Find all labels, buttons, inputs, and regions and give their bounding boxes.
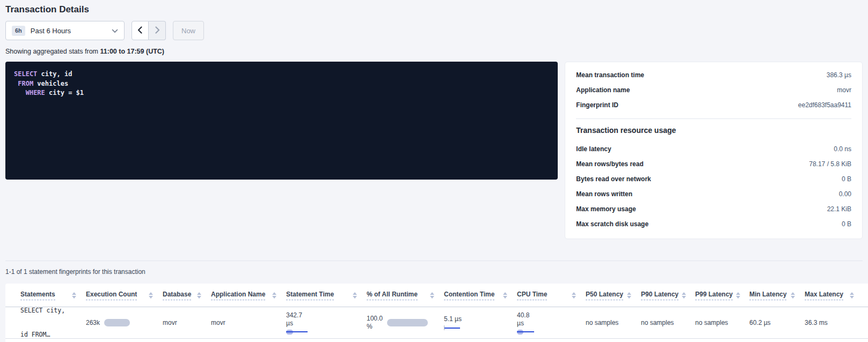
summary-row: Mean transaction time 386.3 µs [576, 68, 851, 83]
sort-icon[interactable] [682, 292, 686, 299]
stats-line-prefix: Showing aggregated stats from [5, 48, 98, 55]
sort-icon[interactable] [572, 292, 576, 299]
cpu-time-value: 40.8 [517, 311, 576, 319]
resource-row: Bytes read over network 0 B [576, 172, 851, 187]
statement-time-value: 342.7 [286, 311, 357, 319]
column-header-max-latency: Max Latency [805, 291, 864, 300]
transaction-summary-panel: Mean transaction time 386.3 µs Applicati… [565, 62, 863, 239]
execution-count-bar [104, 319, 130, 326]
statement-row: SELECT city, id FROM… 263k movr movr 342… [5, 307, 868, 339]
cell-statement: SELECT city, id FROM… [20, 291, 86, 342]
sort-icon[interactable] [627, 292, 631, 299]
sort-icon[interactable] [503, 292, 507, 299]
resource-label: Bytes read over network [576, 175, 651, 183]
cell-p50-latency: no samples [586, 319, 641, 326]
time-range-dropdown[interactable]: 6h Past 6 Hours [5, 21, 125, 40]
sort-icon[interactable] [430, 292, 434, 299]
sql-line: SELECT city, id [14, 70, 549, 79]
sort-icon[interactable] [197, 292, 201, 299]
cell-p90-latency: no samples [641, 319, 695, 326]
time-nav-buttons [132, 21, 166, 40]
transaction-details-page: Transaction Details 6h Past 6 Hours Now … [0, 4, 868, 342]
percent-runtime-bar [387, 319, 428, 326]
resource-value: 0.0 ns [834, 145, 851, 153]
column-header-database: Database [163, 291, 211, 300]
column-header-label[interactable]: CPU Time [517, 291, 547, 300]
resource-row: Idle latency 0.0 ns [576, 142, 851, 157]
column-header-label[interactable]: Execution Count [86, 291, 137, 300]
summary-divider [576, 118, 851, 119]
details-main-row: SELECT city, id FROM vehicles WHERE city… [5, 62, 863, 239]
resource-value: 78.17 / 5.8 KiB [809, 160, 851, 168]
statements-table-header: Statements Execution Count Database Appl… [5, 284, 868, 307]
column-header-statement-time: Statement Time [286, 291, 367, 300]
column-header-label[interactable]: P50 Latency [586, 291, 623, 300]
summary-label: Mean transaction time [576, 71, 644, 79]
column-header-cpu-time: CPU Time [517, 291, 586, 300]
chevron-right-icon [155, 26, 160, 35]
stats-line-range: 11:00 to 17:59 (UTC) [100, 48, 164, 55]
column-header-label[interactable]: % of All Runtime [367, 291, 418, 300]
column-header-label[interactable]: Statement Time [286, 291, 334, 300]
summary-value: ee2df683f5aa9411 [798, 101, 851, 109]
cell-p99-latency: no samples [695, 319, 749, 326]
resource-row: Max memory usage 22.1 KiB [576, 202, 851, 217]
column-header-label[interactable]: Contention Time [444, 291, 494, 300]
resource-value: 0 B [842, 175, 851, 183]
chevron-left-icon [137, 26, 143, 35]
column-header-label[interactable]: Database [163, 291, 191, 300]
sort-icon[interactable] [353, 292, 357, 299]
summary-row: Application name movr [576, 83, 851, 98]
summary-label: Fingerprint ID [576, 101, 618, 109]
sql-text: city = $1 [45, 89, 84, 96]
summary-value: movr [837, 86, 851, 94]
contention-time-bar [444, 325, 460, 330]
statement-line-1: SELECT city, [20, 307, 76, 315]
now-button[interactable]: Now [173, 21, 204, 40]
next-time-button[interactable] [149, 21, 166, 40]
sql-statement-box: SELECT city, id FROM vehicles WHERE city… [5, 62, 558, 180]
page-title: Transaction Details [5, 4, 863, 15]
sort-icon[interactable] [850, 292, 854, 299]
resource-value: 0 B [842, 220, 851, 228]
column-header-p50-latency: P50 Latency [586, 291, 641, 300]
cpu-time-unit: µs [517, 319, 576, 328]
sql-text: city, id [37, 70, 72, 78]
percent-runtime-unit: % [367, 323, 383, 331]
statements-table: Statements Execution Count Database Appl… [5, 284, 868, 342]
column-header-application-name: Application Name [211, 291, 286, 300]
cell-database: movr [163, 319, 211, 326]
sql-keyword: SELECT [14, 70, 37, 78]
sql-keyword: FROM [18, 80, 33, 87]
statement-time-unit: µs [286, 319, 357, 328]
resource-row: Mean rows/bytes read 78.17 / 5.8 KiB [576, 157, 851, 172]
summary-value: 386.3 µs [827, 71, 851, 79]
contention-time-value: 5.1 µs [444, 315, 507, 323]
previous-time-button[interactable] [132, 21, 149, 40]
column-header-label[interactable]: Application Name [211, 291, 265, 300]
column-header-label[interactable]: Min Latency [749, 291, 786, 300]
cell-application-name: movr [211, 319, 286, 326]
cell-min-latency: 60.2 µs [749, 319, 805, 326]
column-header-label[interactable]: P99 Latency [695, 291, 733, 300]
sort-icon[interactable] [272, 292, 276, 299]
resource-value: 0.00 [839, 190, 851, 198]
cpu-time-bar [517, 330, 534, 334]
resource-label: Mean rows written [576, 190, 632, 198]
cell-statement-time: 342.7 µs [286, 311, 367, 334]
column-header-label[interactable]: Max Latency [805, 291, 843, 300]
statement-link[interactable]: SELECT city, id FROM… [20, 291, 76, 342]
section-divider [5, 261, 863, 261]
column-header-min-latency: Min Latency [749, 291, 805, 300]
cell-contention-time: 5.1 µs [444, 315, 517, 330]
resource-row: Mean rows written 0.00 [576, 187, 851, 202]
sort-icon[interactable] [736, 292, 740, 299]
resource-label: Idle latency [576, 145, 611, 153]
time-range-label: Past 6 Hours [31, 27, 106, 35]
column-header-label[interactable]: P90 Latency [641, 291, 679, 300]
sort-icon[interactable] [149, 292, 153, 299]
column-header-p99-latency: P99 Latency [695, 291, 749, 300]
sql-indent [14, 89, 26, 96]
resource-row: Max scratch disk usage 0 B [576, 217, 851, 232]
sort-icon[interactable] [791, 292, 795, 299]
